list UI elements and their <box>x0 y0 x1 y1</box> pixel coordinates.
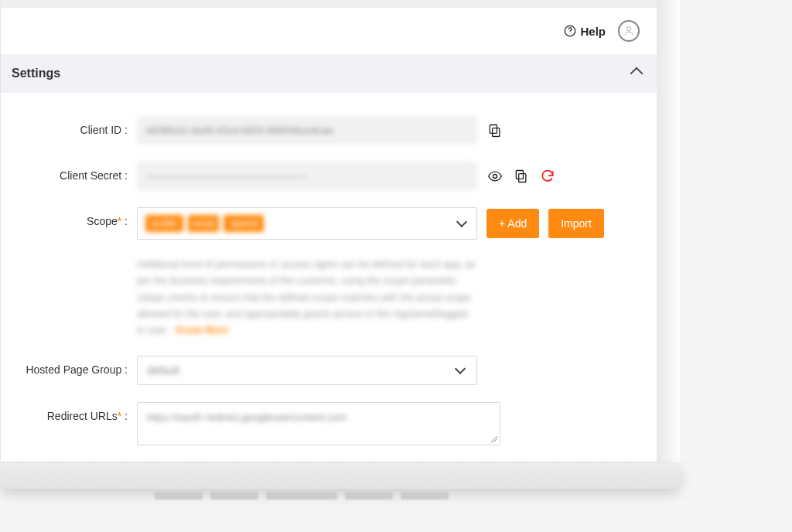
label-redirect-urls: Redirect URLs* : <box>13 402 137 422</box>
redirect-urls-value: https://oauth-redirect.googleusercontent… <box>147 411 346 423</box>
copy-icon <box>487 123 503 138</box>
help-icon <box>563 24 577 38</box>
help-link[interactable]: Help <box>563 24 606 38</box>
scope-tag: email <box>188 215 220 232</box>
refresh-icon <box>540 169 555 184</box>
chevron-down-icon <box>455 363 466 374</box>
scope-tag: openid <box>224 215 264 232</box>
svg-point-1 <box>570 33 571 34</box>
label-client-id: Client ID : <box>13 116 137 136</box>
eye-icon <box>487 169 503 184</box>
chevron-up-icon <box>630 67 644 80</box>
svg-rect-7 <box>516 170 523 179</box>
panel-title: Settings <box>12 66 60 80</box>
copy-client-id-button[interactable] <box>486 122 504 139</box>
help-label: Help <box>580 25 606 38</box>
row-redirect-urls: Redirect URLs* : https://oauth-redirect.… <box>13 402 644 445</box>
copy-icon <box>514 169 529 184</box>
scope-help-text: Additional level of permissions or acces… <box>137 257 477 339</box>
label-scope: Scope* : <box>13 207 137 227</box>
row-scope-help: Additional level of permissions or acces… <box>13 257 644 339</box>
laptop-bezel <box>657 0 680 462</box>
svg-point-5 <box>493 174 497 178</box>
copy-client-secret-button[interactable] <box>513 168 530 185</box>
hosted-page-group-select[interactable]: default <box>137 356 477 385</box>
client-id-value: b636fc01-da30-43cd-b920-68404bce4cae <box>137 116 477 145</box>
add-scope-button[interactable]: + Add <box>486 209 539 238</box>
label-hosted-page-group: Hosted Page Group : <box>13 356 137 376</box>
scope-know-more-link[interactable]: Know More <box>176 325 228 336</box>
toggle-secret-visibility-button[interactable] <box>486 168 504 185</box>
svg-point-2 <box>626 27 630 31</box>
avatar[interactable] <box>618 20 640 42</box>
scope-select[interactable]: profile email openid <box>137 207 477 240</box>
row-client-id: Client ID : b636fc01-da30-43cd-b920-6840… <box>13 116 644 145</box>
topbar: Help <box>1 8 657 54</box>
laptop-base <box>0 462 681 489</box>
row-client-secret: Client Secret : ———————————————— <box>13 162 644 190</box>
svg-rect-6 <box>519 173 526 182</box>
svg-rect-4 <box>490 124 497 133</box>
redirect-urls-input[interactable]: https://oauth-redirect.googleusercontent… <box>137 402 500 445</box>
settings-form: Client ID : b636fc01-da30-43cd-b920-6840… <box>1 93 657 462</box>
chevron-down-icon <box>456 217 467 227</box>
hosted-page-group-value: default <box>147 364 179 377</box>
regenerate-secret-button[interactable] <box>539 168 556 185</box>
scope-tags: profile email openid <box>145 215 264 232</box>
import-scope-button[interactable]: Import <box>548 209 604 238</box>
row-hosted-page-group: Hosted Page Group : default <box>13 356 644 385</box>
client-secret-value: ———————————————— <box>137 162 477 190</box>
label-client-secret: Client Secret : <box>13 162 137 182</box>
scope-tag: profile <box>145 215 183 232</box>
keyboard-hint <box>155 492 449 500</box>
row-scope: Scope* : profile email openid + Add Impo… <box>13 207 644 240</box>
user-icon <box>623 25 635 37</box>
settings-panel-header[interactable]: Settings <box>1 54 657 93</box>
svg-rect-3 <box>493 128 500 136</box>
